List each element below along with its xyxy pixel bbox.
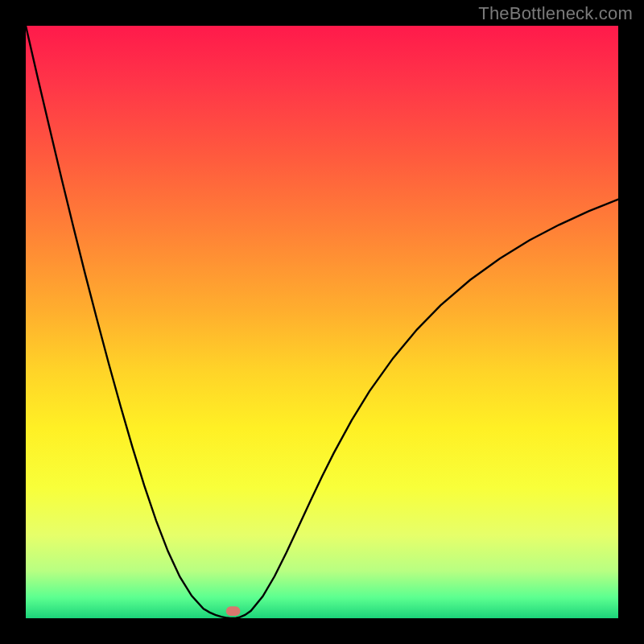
optimum-marker (226, 606, 241, 616)
watermark: TheBottleneck.com (478, 3, 633, 24)
bottleneck-chart (26, 26, 618, 618)
chart-background (26, 26, 618, 618)
chart-container: TheBottleneck.com (0, 0, 644, 644)
